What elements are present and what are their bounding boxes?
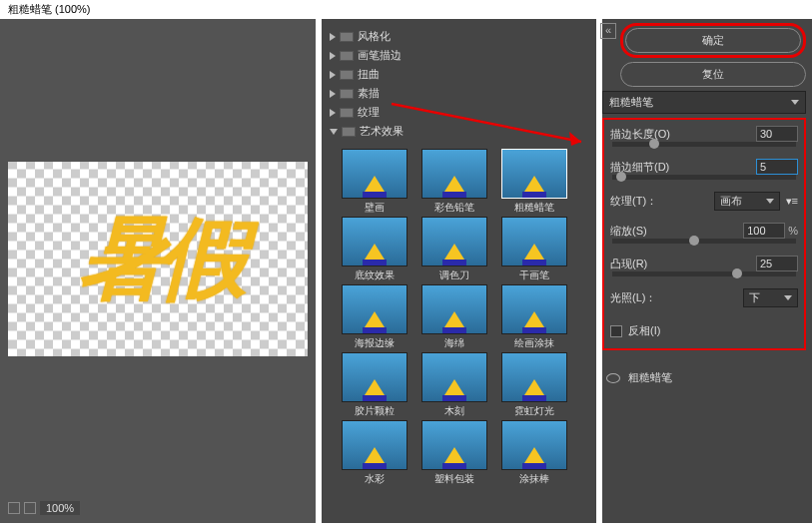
folder-扭曲[interactable]: 扭曲 [330, 65, 588, 84]
thumbnail-绘画涂抹[interactable]: 绘画涂抹 [501, 284, 567, 350]
folder-label: 素描 [358, 86, 380, 101]
folder-label: 风格化 [358, 29, 391, 44]
thumbnail-label: 粗糙蜡笔 [501, 201, 567, 215]
thumbnail-label: 彩色铅笔 [421, 201, 487, 215]
triangle-right-icon [330, 52, 336, 60]
triangle-right-icon [330, 109, 336, 117]
chevron-down-icon [766, 199, 774, 204]
thumbnail-海报边缘[interactable]: 海报边缘 [342, 284, 407, 350]
triangle-right-icon [330, 71, 336, 79]
thumbnail-label: 胶片颗粒 [342, 404, 407, 418]
texture-menu-icon[interactable]: ▾≡ [786, 195, 798, 208]
folder-纹理[interactable]: 纹理 [330, 103, 588, 122]
collapse-icon[interactable]: « [600, 23, 616, 39]
folder-icon [340, 70, 354, 80]
reset-button[interactable]: 复位 [620, 62, 806, 87]
stroke-detail-label: 描边细节(D) [610, 160, 756, 175]
chevron-down-icon [784, 295, 792, 300]
thumbnail-涂抹棒[interactable]: 涂抹棒 [501, 420, 567, 486]
folder-icon [340, 89, 354, 99]
fit-icon[interactable] [8, 502, 20, 514]
thumbnail-干画笔[interactable]: 干画笔 [501, 217, 567, 282]
triangle-right-icon [330, 33, 336, 41]
zoom-readout[interactable]: 100% [40, 501, 80, 515]
folder-label: 艺术效果 [360, 124, 404, 139]
window-title: 粗糙蜡笔 (100%) [0, 0, 812, 19]
folder-画笔描边[interactable]: 画笔描边 [330, 46, 588, 65]
folder-icon [340, 51, 354, 61]
controls-pane: « 确定 复位 粗糙蜡笔 描边长度(O) 30 [602, 19, 812, 523]
actual-icon[interactable] [24, 502, 36, 514]
thumbnail-霓虹灯光[interactable]: 霓虹灯光 [501, 352, 567, 418]
thumbnail-label: 壁画 [342, 201, 407, 215]
thumbnail-label: 木刻 [421, 404, 487, 418]
folder-艺术效果[interactable]: 艺术效果 [330, 122, 588, 141]
thumbnail-label: 霓虹灯光 [501, 404, 567, 418]
thumbnail-调色刀[interactable]: 调色刀 [421, 217, 487, 282]
triangle-right-icon [330, 90, 336, 98]
thumbnail-label: 干画笔 [501, 268, 567, 282]
scaling-slider[interactable] [612, 239, 796, 244]
thumbnail-水彩[interactable]: 水彩 [342, 420, 407, 486]
folder-icon [340, 32, 354, 42]
scaling-label: 缩放(S) [610, 224, 743, 239]
folder-风格化[interactable]: 风格化 [330, 27, 588, 46]
thumbnail-label: 底纹效果 [342, 268, 407, 282]
thumbnail-木刻[interactable]: 木刻 [421, 352, 487, 418]
texture-label: 纹理(T)： [610, 194, 714, 209]
invert-checkbox[interactable] [610, 325, 622, 337]
relief-input[interactable]: 25 [756, 256, 798, 271]
thumbnail-label: 海绵 [421, 336, 487, 350]
folder-icon [340, 108, 354, 118]
stroke-length-slider[interactable] [612, 142, 796, 147]
thumbnail-塑料包装[interactable]: 塑料包装 [421, 420, 487, 486]
texture-dropdown[interactable]: 画布 [714, 192, 780, 211]
invert-label: 反相(I) [628, 323, 660, 338]
thumbnail-胶片颗粒[interactable]: 胶片颗粒 [342, 352, 407, 418]
thumbnail-label: 塑料包装 [421, 472, 487, 486]
scaling-unit: % [788, 225, 798, 237]
stroke-length-label: 描边长度(O) [610, 127, 756, 142]
thumbnail-label: 调色刀 [421, 268, 487, 282]
layer-panel: 粗糙蜡笔 [602, 366, 806, 389]
thumbnail-label: 绘画涂抹 [501, 336, 567, 350]
folder-icon [342, 127, 356, 137]
light-label: 光照(L)： [610, 290, 743, 305]
filter-dropdown[interactable]: 粗糙蜡笔 [602, 91, 806, 114]
stroke-length-input[interactable]: 30 [756, 126, 798, 142]
thumbnail-label: 涂抹棒 [501, 472, 567, 486]
thumbnail-label: 海报边缘 [342, 336, 407, 350]
visibility-icon[interactable] [606, 373, 620, 383]
folder-素描[interactable]: 素描 [330, 84, 588, 103]
thumbnail-壁画[interactable]: 壁画 [342, 149, 407, 215]
thumbnail-海绵[interactable]: 海绵 [421, 284, 487, 350]
filter-dropdown-label: 粗糙蜡笔 [609, 95, 653, 110]
relief-slider[interactable] [612, 271, 796, 276]
filter-browser: 风格化画笔描边扭曲素描纹理艺术效果 壁画彩色铅笔粗糙蜡笔底纹效果调色刀干画笔海报… [322, 19, 596, 523]
thumbnail-粗糙蜡笔[interactable]: 粗糙蜡笔 [501, 149, 567, 215]
preview-text: 暑假 [78, 199, 238, 320]
folder-label: 扭曲 [358, 67, 380, 82]
layer-name[interactable]: 粗糙蜡笔 [628, 370, 672, 385]
scaling-input[interactable]: 100 [743, 223, 785, 239]
thumbnail-底纹效果[interactable]: 底纹效果 [342, 217, 407, 282]
preview-canvas[interactable]: 暑假 [8, 162, 308, 356]
triangle-down-icon [330, 129, 338, 135]
thumbnail-label: 水彩 [342, 472, 407, 486]
stroke-detail-slider[interactable] [612, 175, 796, 180]
ok-button[interactable]: 确定 [625, 28, 801, 53]
stroke-detail-input[interactable]: 5 [756, 159, 798, 175]
folder-label: 纹理 [358, 105, 380, 120]
preview-pane: 暑假 100% [0, 19, 316, 523]
light-dropdown[interactable]: 下 [743, 288, 798, 307]
chevron-down-icon [791, 100, 799, 105]
folder-label: 画笔描边 [358, 48, 402, 63]
filter-params: 描边长度(O) 30 描边细节(D) 5 纹理(T)： 画布 [602, 118, 806, 350]
thumbnail-彩色铅笔[interactable]: 彩色铅笔 [421, 149, 487, 215]
